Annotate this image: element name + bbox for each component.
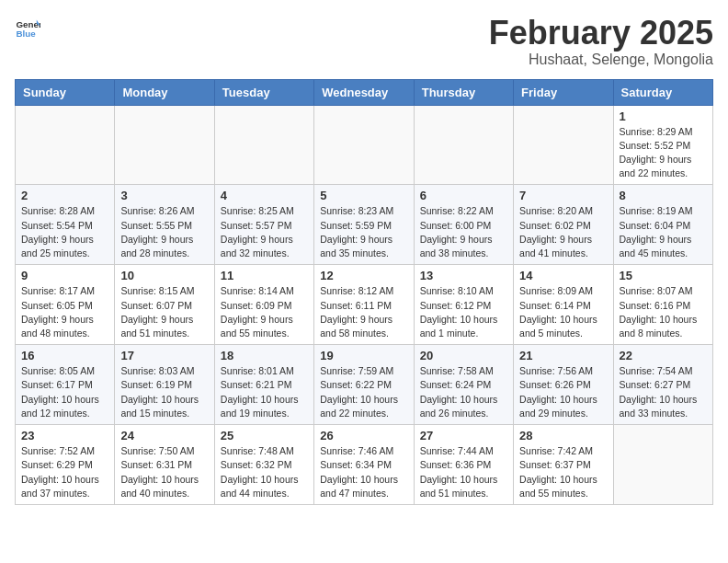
calendar-cell: 1Sunrise: 8:29 AM Sunset: 5:52 PM Daylig… (613, 105, 712, 185)
day-info: Sunrise: 8:28 AM Sunset: 5:54 PM Dayligh… (21, 204, 108, 260)
day-info: Sunrise: 7:58 AM Sunset: 6:24 PM Dayligh… (420, 364, 507, 420)
day-info: Sunrise: 7:59 AM Sunset: 6:22 PM Dayligh… (320, 364, 407, 420)
day-number: 10 (120, 269, 208, 282)
location-subtitle: Hushaat, Selenge, Mongolia (489, 52, 713, 68)
day-info: Sunrise: 7:54 AM Sunset: 6:27 PM Dayligh… (620, 364, 707, 420)
weekday-header: Monday (115, 79, 214, 105)
day-info: Sunrise: 8:05 AM Sunset: 6:17 PM Dayligh… (21, 364, 108, 420)
day-info: Sunrise: 8:01 AM Sunset: 6:21 PM Dayligh… (221, 364, 308, 420)
day-number: 18 (221, 349, 308, 362)
day-number: 28 (519, 429, 607, 442)
day-number: 17 (120, 349, 208, 362)
day-number: 9 (21, 269, 108, 282)
calendar-cell: 16Sunrise: 8:05 AM Sunset: 6:17 PM Dayli… (16, 345, 115, 425)
day-number: 4 (221, 189, 308, 202)
day-number: 21 (519, 349, 607, 362)
day-info: Sunrise: 8:09 AM Sunset: 6:14 PM Dayligh… (519, 284, 607, 340)
weekday-header: Friday (514, 79, 613, 105)
calendar-cell (115, 105, 214, 185)
day-number: 5 (320, 189, 407, 202)
calendar-cell (414, 105, 513, 185)
day-number: 22 (620, 349, 707, 362)
calendar-cell: 25Sunrise: 7:48 AM Sunset: 6:32 PM Dayli… (214, 425, 313, 505)
calendar-week-row: 23Sunrise: 7:52 AM Sunset: 6:29 PM Dayli… (16, 425, 713, 505)
day-number: 12 (320, 269, 407, 282)
calendar-cell: 19Sunrise: 7:59 AM Sunset: 6:22 PM Dayli… (314, 345, 414, 425)
day-number: 24 (120, 429, 208, 442)
day-number: 20 (420, 349, 507, 362)
weekday-header: Sunday (16, 79, 115, 105)
calendar-cell: 8Sunrise: 8:19 AM Sunset: 6:04 PM Daylig… (613, 185, 712, 265)
day-info: Sunrise: 7:42 AM Sunset: 6:37 PM Dayligh… (519, 444, 607, 500)
day-info: Sunrise: 8:25 AM Sunset: 5:57 PM Dayligh… (221, 204, 308, 260)
calendar-week-row: 1Sunrise: 8:29 AM Sunset: 5:52 PM Daylig… (16, 105, 713, 185)
calendar-cell: 18Sunrise: 8:01 AM Sunset: 6:21 PM Dayli… (214, 345, 313, 425)
weekday-header-row: SundayMondayTuesdayWednesdayThursdayFrid… (16, 79, 713, 105)
logo: General Blue (15, 15, 40, 40)
calendar-cell: 5Sunrise: 8:23 AM Sunset: 5:59 PM Daylig… (314, 185, 414, 265)
day-number: 2 (21, 189, 108, 202)
calendar-week-row: 9Sunrise: 8:17 AM Sunset: 6:05 PM Daylig… (16, 265, 713, 345)
day-info: Sunrise: 7:44 AM Sunset: 6:36 PM Dayligh… (420, 444, 507, 500)
day-number: 25 (221, 429, 308, 442)
page-header: General Blue February 2025 Hushaat, Sele… (15, 15, 713, 68)
day-number: 19 (320, 349, 407, 362)
day-number: 8 (620, 189, 707, 202)
calendar-cell: 7Sunrise: 8:20 AM Sunset: 6:02 PM Daylig… (514, 185, 613, 265)
calendar-cell (613, 425, 712, 505)
day-info: Sunrise: 8:10 AM Sunset: 6:12 PM Dayligh… (420, 284, 507, 340)
day-info: Sunrise: 8:03 AM Sunset: 6:19 PM Dayligh… (120, 364, 208, 420)
calendar-cell: 21Sunrise: 7:56 AM Sunset: 6:26 PM Dayli… (514, 345, 613, 425)
calendar-week-row: 2Sunrise: 8:28 AM Sunset: 5:54 PM Daylig… (16, 185, 713, 265)
calendar-cell: 20Sunrise: 7:58 AM Sunset: 6:24 PM Dayli… (414, 345, 513, 425)
weekday-header: Wednesday (314, 79, 414, 105)
calendar-cell: 17Sunrise: 8:03 AM Sunset: 6:19 PM Dayli… (115, 345, 214, 425)
calendar-cell: 6Sunrise: 8:22 AM Sunset: 6:00 PM Daylig… (414, 185, 513, 265)
day-number: 14 (519, 269, 607, 282)
day-info: Sunrise: 7:46 AM Sunset: 6:34 PM Dayligh… (320, 444, 407, 500)
day-number: 7 (519, 189, 607, 202)
calendar-cell: 28Sunrise: 7:42 AM Sunset: 6:37 PM Dayli… (514, 425, 613, 505)
day-info: Sunrise: 8:12 AM Sunset: 6:11 PM Dayligh… (320, 284, 407, 340)
month-title: February 2025 (489, 15, 713, 52)
calendar-cell (16, 105, 115, 185)
day-info: Sunrise: 8:15 AM Sunset: 6:07 PM Dayligh… (120, 284, 208, 340)
day-info: Sunrise: 8:19 AM Sunset: 6:04 PM Dayligh… (620, 204, 707, 260)
title-area: February 2025 Hushaat, Selenge, Mongolia (489, 15, 713, 68)
calendar-cell (314, 105, 414, 185)
calendar-cell: 12Sunrise: 8:12 AM Sunset: 6:11 PM Dayli… (314, 265, 414, 345)
day-info: Sunrise: 8:20 AM Sunset: 6:02 PM Dayligh… (519, 204, 607, 260)
weekday-header: Saturday (613, 79, 712, 105)
day-info: Sunrise: 8:17 AM Sunset: 6:05 PM Dayligh… (21, 284, 108, 340)
day-number: 1 (620, 109, 707, 123)
day-info: Sunrise: 7:48 AM Sunset: 6:32 PM Dayligh… (221, 444, 308, 500)
calendar-cell: 4Sunrise: 8:25 AM Sunset: 5:57 PM Daylig… (214, 185, 313, 265)
day-info: Sunrise: 8:29 AM Sunset: 5:52 PM Dayligh… (620, 125, 707, 181)
calendar-cell: 15Sunrise: 8:07 AM Sunset: 6:16 PM Dayli… (613, 265, 712, 345)
day-number: 16 (21, 349, 108, 362)
day-info: Sunrise: 7:50 AM Sunset: 6:31 PM Dayligh… (120, 444, 208, 500)
calendar-cell: 13Sunrise: 8:10 AM Sunset: 6:12 PM Dayli… (414, 265, 513, 345)
day-info: Sunrise: 8:22 AM Sunset: 6:00 PM Dayligh… (420, 204, 507, 260)
weekday-header: Thursday (414, 79, 513, 105)
weekday-header: Tuesday (214, 79, 313, 105)
day-number: 11 (221, 269, 308, 282)
calendar-cell: 2Sunrise: 8:28 AM Sunset: 5:54 PM Daylig… (16, 185, 115, 265)
day-number: 3 (120, 189, 208, 202)
calendar-cell: 27Sunrise: 7:44 AM Sunset: 6:36 PM Dayli… (414, 425, 513, 505)
svg-text:Blue: Blue (16, 29, 36, 39)
day-number: 26 (320, 429, 407, 442)
calendar-cell: 3Sunrise: 8:26 AM Sunset: 5:55 PM Daylig… (115, 185, 214, 265)
calendar-cell: 24Sunrise: 7:50 AM Sunset: 6:31 PM Dayli… (115, 425, 214, 505)
calendar-week-row: 16Sunrise: 8:05 AM Sunset: 6:17 PM Dayli… (16, 345, 713, 425)
day-number: 23 (21, 429, 108, 442)
day-info: Sunrise: 8:14 AM Sunset: 6:09 PM Dayligh… (221, 284, 308, 340)
logo-icon: General Blue (15, 15, 40, 40)
day-info: Sunrise: 8:26 AM Sunset: 5:55 PM Dayligh… (120, 204, 208, 260)
calendar-cell: 11Sunrise: 8:14 AM Sunset: 6:09 PM Dayli… (214, 265, 313, 345)
day-info: Sunrise: 8:23 AM Sunset: 5:59 PM Dayligh… (320, 204, 407, 260)
calendar-cell: 9Sunrise: 8:17 AM Sunset: 6:05 PM Daylig… (16, 265, 115, 345)
calendar-table: SundayMondayTuesdayWednesdayThursdayFrid… (15, 79, 713, 505)
calendar-cell (514, 105, 613, 185)
calendar-cell: 10Sunrise: 8:15 AM Sunset: 6:07 PM Dayli… (115, 265, 214, 345)
